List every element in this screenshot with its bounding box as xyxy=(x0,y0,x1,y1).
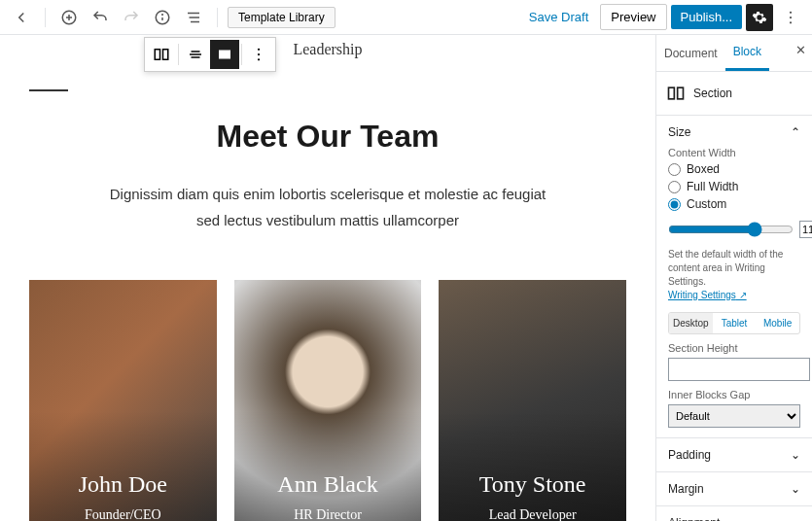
member-role: HR Director xyxy=(294,507,362,521)
tab-block[interactable]: Block xyxy=(725,35,769,71)
back-button[interactable] xyxy=(8,4,35,31)
radio-full-width[interactable]: Full Width xyxy=(668,180,800,193)
section-icon xyxy=(666,84,686,103)
padding-panel[interactable]: Padding⌄ xyxy=(656,438,812,472)
team-card[interactable]: John DoeFounder/CEO xyxy=(29,280,217,521)
block-type-header: Section xyxy=(656,72,812,116)
block-toolbar xyxy=(144,37,276,72)
svg-point-5 xyxy=(162,14,163,15)
inner-gap-label: Inner Blocks Gap xyxy=(668,389,800,400)
svg-point-11 xyxy=(790,21,792,23)
editor-canvas[interactable]: Leadership Meet Our Team Dignissim diam … xyxy=(0,35,655,521)
undo-button[interactable] xyxy=(87,4,114,31)
layout-columns-icon[interactable] xyxy=(147,40,176,69)
content-width-label: Content Width xyxy=(668,147,800,158)
radio-custom[interactable]: Custom xyxy=(668,197,800,211)
svg-point-10 xyxy=(790,16,792,17)
device-mobile[interactable]: Mobile xyxy=(756,313,799,333)
chevron-down-icon: ⌄ xyxy=(791,482,800,496)
team-card[interactable]: Tony StoneLead Developer xyxy=(439,280,626,521)
inner-gap-select[interactable]: Default xyxy=(668,404,800,428)
svg-rect-17 xyxy=(219,51,230,59)
preview-button[interactable]: Preview xyxy=(600,4,666,30)
align-full-icon[interactable] xyxy=(210,40,239,69)
settings-toggle-button[interactable] xyxy=(746,4,773,31)
svg-rect-22 xyxy=(678,87,684,99)
page-subtext[interactable]: Dignissim diam quis enim lobortis sceler… xyxy=(29,182,626,233)
svg-point-18 xyxy=(258,49,260,51)
device-desktop[interactable]: Desktop xyxy=(669,313,713,333)
team-card[interactable]: Ann BlackHR Director xyxy=(234,280,422,521)
block-type-label: Section xyxy=(693,87,732,100)
chevron-up-icon: ⌃ xyxy=(791,125,800,139)
chevron-down-icon: ⌄ xyxy=(791,448,800,462)
device-tablet[interactable]: Tablet xyxy=(713,313,757,333)
svg-point-19 xyxy=(258,53,260,55)
member-name: Ann Black xyxy=(277,471,377,498)
save-draft-button[interactable]: Save Draft xyxy=(521,10,596,24)
block-more-icon[interactable] xyxy=(244,40,273,69)
outline-button[interactable] xyxy=(180,4,207,31)
width-hint: Set the default width of the content are… xyxy=(668,248,800,302)
svg-point-9 xyxy=(790,11,792,13)
member-name: Tony Stone xyxy=(479,471,586,498)
alignment-panel[interactable]: Alignment⌄ xyxy=(656,506,812,521)
svg-rect-21 xyxy=(669,87,675,99)
chevron-down-icon: ⌄ xyxy=(791,516,800,521)
breadcrumb: Leadership xyxy=(29,35,626,58)
add-block-button[interactable] xyxy=(55,4,83,31)
close-sidebar-icon[interactable]: ✕ xyxy=(795,43,806,57)
section-height-label: Section Height xyxy=(668,342,800,354)
svg-point-20 xyxy=(258,58,260,60)
redo-button[interactable] xyxy=(118,4,145,31)
align-center-icon[interactable] xyxy=(181,40,210,69)
template-library-button[interactable]: Template Library xyxy=(228,7,335,28)
tab-document[interactable]: Document xyxy=(656,37,725,70)
svg-rect-13 xyxy=(163,50,168,60)
writing-settings-link[interactable]: Writing Settings ↗ xyxy=(668,290,747,300)
top-toolbar: Template Library Save Draft Preview Publ… xyxy=(0,0,812,35)
member-role: Founder/CEO xyxy=(85,507,161,521)
member-role: Lead Developer xyxy=(489,507,577,521)
margin-panel[interactable]: Margin⌄ xyxy=(656,472,812,506)
width-input[interactable] xyxy=(799,221,812,238)
divider xyxy=(29,89,68,91)
section-height-input[interactable] xyxy=(668,358,810,381)
member-name: John Doe xyxy=(79,471,167,498)
svg-rect-12 xyxy=(155,50,159,60)
settings-sidebar: Document Block ✕ Section Size⌃ Content W… xyxy=(655,35,812,521)
info-button[interactable] xyxy=(149,4,176,31)
team-row: John DoeFounder/CEO Ann BlackHR Director… xyxy=(29,280,626,521)
publish-button[interactable]: Publish... xyxy=(671,5,742,29)
width-slider[interactable] xyxy=(668,222,794,237)
size-panel-header[interactable]: Size⌃ xyxy=(668,125,800,139)
page-heading[interactable]: Meet Our Team xyxy=(29,119,626,155)
radio-boxed[interactable]: Boxed xyxy=(668,162,800,176)
more-menu-button[interactable] xyxy=(777,4,804,31)
